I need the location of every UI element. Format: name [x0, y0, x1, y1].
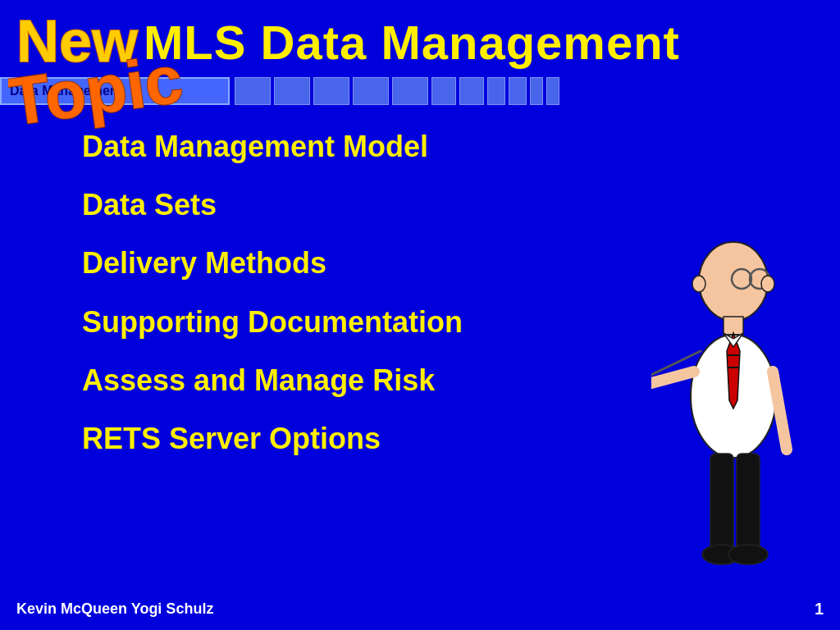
footer-authors: Kevin McQueen Yogi Schulz	[16, 600, 213, 618]
list-item-1: Data Management Model	[82, 129, 840, 164]
list-item-2: Data Sets	[82, 187, 840, 222]
new-topic-logo: New Topic	[8, 4, 221, 131]
svg-point-20	[728, 545, 768, 564]
svg-point-2	[699, 242, 768, 321]
footer-page-number: 1	[815, 600, 824, 619]
nav-tab-6[interactable]	[431, 77, 456, 105]
nav-tab-2[interactable]	[274, 77, 310, 105]
nav-tab-1[interactable]	[235, 77, 271, 105]
nav-tabs	[235, 77, 559, 105]
nav-tab-11[interactable]	[546, 77, 559, 105]
svg-rect-18	[737, 454, 760, 552]
nav-tab-9[interactable]	[509, 77, 527, 105]
nav-tab-10[interactable]	[530, 77, 543, 105]
nav-tab-8[interactable]	[487, 77, 505, 105]
svg-point-6	[692, 276, 705, 292]
svg-line-13	[651, 372, 694, 396]
main-title: MLS Data Management	[144, 16, 680, 69]
footer: Kevin McQueen Yogi Schulz 1	[16, 600, 824, 619]
presenter-figure	[651, 236, 815, 597]
nav-tab-5[interactable]	[392, 77, 428, 105]
svg-point-7	[761, 276, 774, 292]
svg-rect-17	[710, 454, 733, 552]
nav-tab-4[interactable]	[353, 77, 389, 105]
slide: New Topic MLS Data Management Data Manag…	[0, 0, 840, 630]
nav-tab-7[interactable]	[459, 77, 484, 105]
svg-line-16	[773, 372, 787, 450]
nav-tab-3[interactable]	[313, 77, 349, 105]
